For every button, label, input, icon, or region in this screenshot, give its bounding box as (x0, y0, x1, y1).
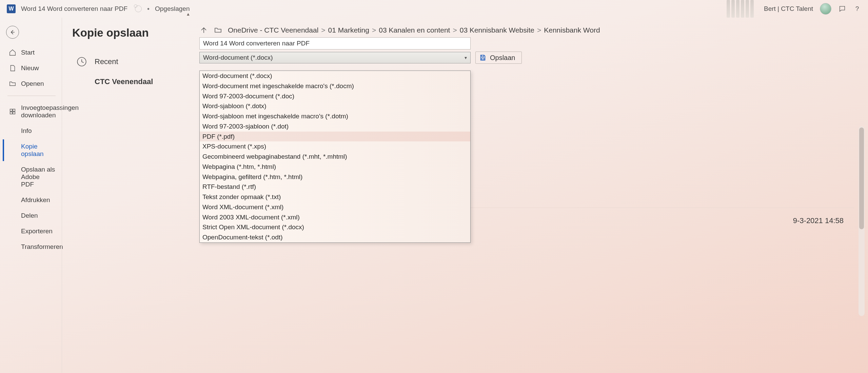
file-type-dropdown[interactable]: Word-document (*.docx)Word-document met … (199, 71, 471, 243)
window-decoration-stripes (727, 0, 754, 18)
nav-print-label: Afdrukken (21, 196, 50, 204)
filename-input[interactable] (199, 37, 471, 50)
svg-rect-0 (10, 109, 12, 111)
document-title: Word 14 Word converteren naar PDF (21, 5, 127, 13)
file-type-option[interactable]: Tekst zonder opmaak (*.txt) (200, 192, 470, 202)
location-recent[interactable]: Recent (72, 51, 182, 73)
nav-open[interactable]: Openen (3, 77, 60, 91)
file-type-selected-label: Word-document (*.docx) (203, 54, 273, 61)
svg-rect-3 (13, 112, 15, 114)
page-title: Kopie opslaan (72, 26, 182, 39)
type-and-save-row: Word-document (*.docx) ▾ Opslaan (199, 52, 858, 64)
nav-export-label: Exporteren (21, 228, 53, 235)
addins-icon (9, 108, 16, 115)
file-type-option[interactable]: Word XML-document (*.xml) (200, 202, 470, 212)
file-type-select[interactable]: Word-document (*.docx) ▾ (199, 52, 471, 63)
chevron-down-icon: ▾ (465, 55, 467, 60)
nav-share-label: Delen (21, 212, 38, 219)
location-recent-label: Recent (95, 57, 118, 66)
nav-transform[interactable]: Transformeren (3, 240, 60, 254)
nav-start[interactable]: Start (3, 45, 60, 60)
breadcrumb: OneDrive - CTC Veenendaal> 01 Marketing>… (199, 26, 858, 35)
file-type-option[interactable]: Webpagina, gefilterd (*.htm, *.html) (200, 172, 470, 182)
nav-save-copy[interactable]: Kopie opslaan (3, 139, 60, 161)
avatar[interactable] (820, 3, 831, 15)
file-type-option[interactable]: Word 2003 XML-document (*.xml) (200, 212, 470, 222)
location-ctc-label: CTC Veenendaal (95, 77, 153, 86)
nav-share[interactable]: Delen (3, 209, 60, 223)
nav-save-adobe-label: Opslaan als AdobePDF (21, 166, 56, 188)
word-app-icon (7, 4, 16, 13)
file-type-option[interactable]: Strict Open XML-document (*.docx) (200, 222, 470, 232)
nav-export[interactable]: Exporteren (3, 224, 60, 238)
file-date: 9-3-2021 14:58 (793, 216, 844, 225)
back-button[interactable] (6, 26, 19, 39)
account-name[interactable]: Bert | CTC Talent (764, 5, 813, 13)
title-bar-right: Bert | CTC Talent ? (727, 0, 861, 18)
file-type-option[interactable]: Gecombineerd webpaginabestand (*.mht, *.… (200, 152, 470, 162)
folder-icon (214, 26, 222, 35)
file-type-option[interactable]: RTF-bestand (*.rtf) (200, 182, 470, 192)
backstage-nav: Start Nieuw Openen Invoegtoepassingendow… (0, 18, 62, 373)
nav-start-label: Start (21, 49, 35, 56)
nav-transform-label: Transformeren (21, 243, 63, 251)
file-type-option[interactable]: Word 97-2003-document (*.doc) (200, 91, 470, 101)
file-type-option[interactable]: Word-document (*.docx) (200, 71, 470, 81)
home-icon (9, 49, 16, 56)
file-type-option[interactable]: Word-document met ingeschakelde macro's … (200, 81, 470, 91)
scroll-up-arrow[interactable]: ▲ (185, 11, 191, 17)
breadcrumb-path[interactable]: OneDrive - CTC Veenendaal> 01 Marketing>… (228, 26, 600, 34)
svg-rect-2 (10, 112, 12, 114)
file-type-option[interactable]: XPS-document (*.xps) (200, 141, 470, 152)
clock-icon (76, 56, 88, 68)
file-type-option[interactable]: OpenDocument-tekst (*.odt) (200, 232, 470, 242)
nav-print[interactable]: Afdrukken (3, 193, 60, 207)
nav-info[interactable]: Info (3, 124, 60, 138)
new-doc-icon (9, 64, 16, 72)
nav-new-label: Nieuw (21, 64, 39, 72)
nav-save-adobe[interactable]: Opslaan als AdobePDF (3, 162, 60, 192)
nav-divider (7, 96, 56, 96)
locations-column: Kopie opslaan Recent CTC Veenendaal (62, 18, 185, 373)
folder-open-icon (9, 80, 16, 87)
save-panel: OneDrive - CTC Veenendaal> 01 Marketing>… (185, 18, 868, 373)
svg-rect-5 (481, 58, 484, 60)
saved-status: Opgeslagen (155, 5, 190, 13)
save-button-label: Opslaan (490, 54, 515, 62)
file-type-option[interactable]: PDF (*.pdf) (200, 132, 470, 142)
nav-addins[interactable]: Invoegtoepassingendownloaden (3, 101, 60, 122)
backstage: Start Nieuw Openen Invoegtoepassingendow… (0, 18, 868, 373)
file-type-option[interactable]: Word-sjabloon (*.dotx) (200, 101, 470, 111)
nav-up-button[interactable] (199, 26, 208, 35)
save-button[interactable]: Opslaan (475, 52, 522, 64)
comments-icon[interactable] (838, 5, 846, 13)
scrollbar[interactable] (859, 126, 865, 316)
svg-rect-1 (13, 109, 15, 111)
location-ctc[interactable]: CTC Veenendaal (72, 73, 182, 91)
title-separator: • (147, 5, 150, 13)
nav-save-copy-label: Kopie opslaan (21, 143, 56, 158)
nav-new[interactable]: Nieuw (3, 61, 60, 75)
file-type-option[interactable]: Webpagina (*.htm, *.html) (200, 162, 470, 172)
nav-open-label: Openen (21, 80, 44, 87)
presence-share-icon[interactable] (135, 5, 142, 12)
nav-info-label: Info (21, 127, 32, 135)
scroll-thumb[interactable] (859, 127, 864, 229)
file-type-option[interactable]: Word-sjabloon met ingeschakelde macro's … (200, 111, 470, 121)
title-bar: Word 14 Word converteren naar PDF • Opge… (0, 0, 868, 18)
file-type-option[interactable]: Word 97-2003-sjabloon (*.dot) (200, 121, 470, 132)
help-icon[interactable]: ? (853, 5, 861, 13)
